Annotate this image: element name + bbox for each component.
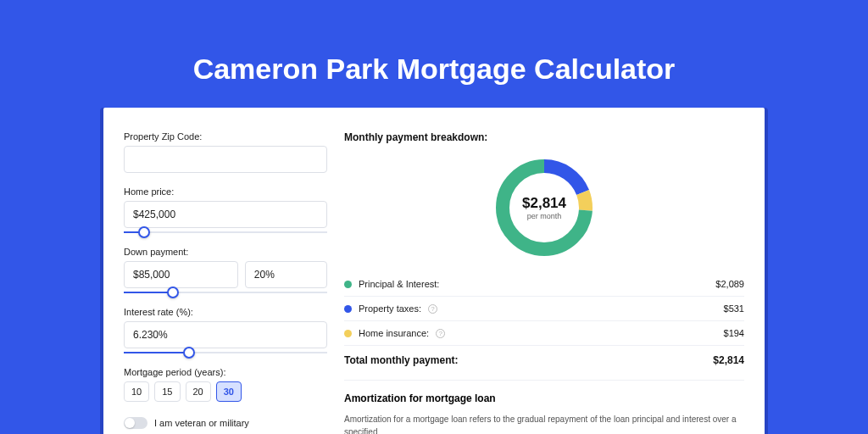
legend-dot (344, 281, 352, 288)
interest-input[interactable] (124, 321, 327, 348)
slider-knob[interactable] (138, 226, 150, 238)
legend: Principal & Interest:$2,089Property taxe… (344, 272, 744, 346)
legend-dot (344, 305, 352, 313)
veteran-toggle[interactable] (124, 417, 147, 429)
zip-input[interactable] (124, 146, 327, 173)
total-label: Total monthly payment: (344, 354, 458, 366)
legend-label: Home insurance: (359, 328, 429, 338)
down-payment-input[interactable] (124, 261, 238, 288)
info-icon[interactable]: ? (436, 329, 445, 338)
veteran-toggle-row: I am veteran or military (124, 417, 327, 429)
period-btn-10[interactable]: 10 (124, 381, 149, 402)
veteran-label: I am veteran or military (154, 418, 249, 428)
home-price-input[interactable] (124, 201, 327, 228)
form-column: Property Zip Code: Home price: Down paym… (124, 131, 327, 434)
down-payment-field: Down payment: (124, 247, 327, 293)
calculator-card: Property Zip Code: Home price: Down paym… (103, 108, 765, 434)
zip-label: Property Zip Code: (124, 131, 327, 142)
down-payment-slider[interactable] (124, 292, 327, 293)
slider-knob[interactable] (183, 347, 195, 359)
interest-label: Interest rate (%): (124, 307, 327, 317)
total-value: $2,814 (713, 354, 744, 366)
down-payment-pct-input[interactable] (245, 261, 327, 288)
amortization-heading: Amortization for mortgage loan (344, 392, 744, 404)
legend-row: Home insurance:?$194 (344, 321, 744, 346)
toggle-knob (125, 418, 135, 428)
legend-label: Property taxes: (359, 303, 421, 314)
legend-value: $531 (724, 303, 744, 314)
period-label: Mortgage period (years): (124, 367, 327, 377)
amortization-box: Amortization for mortgage loan Amortizat… (344, 380, 744, 434)
period-btn-20[interactable]: 20 (186, 381, 211, 402)
amortization-text: Amortization for a mortgage loan refers … (344, 413, 744, 434)
legend-dot (344, 330, 352, 337)
info-icon[interactable]: ? (428, 304, 437, 314)
legend-row: Property taxes:?$531 (344, 297, 744, 321)
slider-fill (124, 292, 173, 293)
period-btn-15[interactable]: 15 (154, 381, 180, 402)
period-field: Mortgage period (years): 10152030 (124, 367, 327, 402)
zip-field: Property Zip Code: (124, 131, 327, 173)
slider-knob[interactable] (167, 287, 179, 298)
period-buttons: 10152030 (124, 381, 327, 402)
donut-chart: $2,814 per month (493, 157, 595, 259)
legend-row: Principal & Interest:$2,089 (344, 272, 744, 297)
legend-value: $194 (724, 328, 744, 338)
donut-center: $2,814 per month (493, 157, 595, 259)
card-backdrop: Property Zip Code: Home price: Down paym… (100, 108, 768, 434)
donut-permonth: per month (527, 212, 562, 220)
total-row: Total monthly payment: $2,814 (344, 346, 744, 380)
interest-field: Interest rate (%): (124, 307, 327, 353)
breakdown-column: Monthly payment breakdown: $2,814 per mo… (344, 131, 744, 434)
page-title: Cameron Park Mortgage Calculator (0, 0, 868, 108)
interest-slider[interactable] (124, 352, 327, 353)
home-price-slider[interactable] (124, 231, 327, 233)
down-payment-label: Down payment: (124, 247, 327, 257)
breakdown-heading: Monthly payment breakdown: (344, 131, 744, 143)
home-price-label: Home price: (124, 186, 327, 197)
legend-label: Principal & Interest: (359, 279, 439, 289)
slider-fill (124, 352, 189, 353)
period-btn-30[interactable]: 30 (216, 381, 242, 402)
donut-chart-wrap: $2,814 per month (344, 148, 744, 272)
home-price-field: Home price: (124, 186, 327, 233)
legend-value: $2,089 (715, 279, 744, 289)
donut-amount: $2,814 (522, 195, 566, 212)
